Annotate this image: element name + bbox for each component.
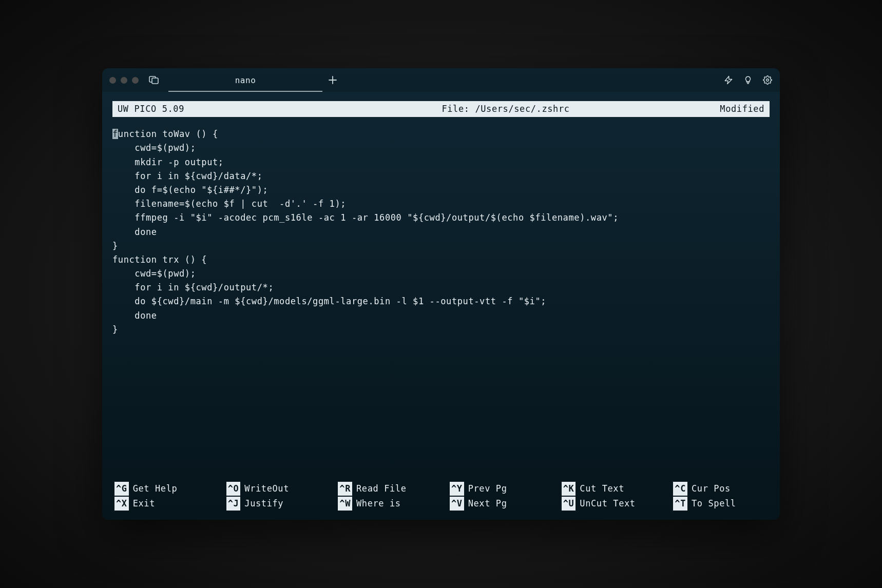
tab-label: nano: [235, 75, 256, 85]
shortcut-justify: ^JJustify: [226, 497, 323, 511]
shortcut-bar: ^GGet Help ^XExit ^OWriteOut ^JJustify ^…: [112, 480, 770, 516]
shortcut-readfile: ^RRead File: [338, 482, 434, 496]
shortcut-prevpg: ^YPrev Pg: [450, 482, 546, 496]
terminal-body[interactable]: UW PICO 5.09 File: /Users/sec/.zshrc Mod…: [102, 92, 780, 520]
shortcut-curpos: ^CCur Pos: [673, 482, 770, 496]
shortcut-nextpg: ^VNext Pg: [450, 497, 546, 511]
zoom-window-button[interactable]: [132, 77, 139, 84]
tab-nano[interactable]: nano: [168, 68, 322, 92]
editor-app-name: UW PICO 5.09: [118, 102, 344, 116]
titlebar-right-icons: [723, 75, 773, 85]
editor-file-path: File: /Users/sec/.zshrc: [344, 102, 667, 116]
editor-cursor: f: [112, 129, 118, 139]
shortcut-cuttext: ^KCut Text: [562, 482, 658, 496]
bolt-icon[interactable]: [723, 75, 734, 85]
gear-icon[interactable]: [762, 75, 773, 85]
lightbulb-icon[interactable]: [743, 75, 753, 85]
shortcut-exit: ^XExit: [114, 497, 211, 511]
svg-marker-4: [725, 76, 732, 84]
editor-status-bar: UW PICO 5.09 File: /Users/sec/.zshrc Mod…: [112, 101, 770, 117]
tab-bar: nano: [168, 68, 719, 92]
svg-rect-1: [152, 78, 158, 84]
shortcut-whereis: ^WWhere is: [338, 497, 434, 511]
close-window-button[interactable]: [109, 77, 116, 84]
shortcut-writeout: ^OWriteOut: [226, 482, 323, 496]
editor-content[interactable]: function toWav () { cwd=$(pwd); mkdir -p…: [112, 127, 770, 479]
svg-point-5: [766, 79, 769, 82]
minimize-window-button[interactable]: [121, 77, 127, 84]
shortcut-tospell: ^TTo Spell: [673, 497, 770, 511]
shortcut-get-help: ^GGet Help: [114, 482, 211, 496]
editor-modified-flag: Modified: [667, 102, 764, 116]
panes-icon[interactable]: [149, 76, 159, 84]
traffic-lights: [109, 77, 139, 84]
terminal-window: nano: [102, 68, 780, 520]
window-titlebar: nano: [102, 68, 780, 92]
new-tab-button[interactable]: [322, 68, 343, 92]
editor-text: unction toWav () { cwd=$(pwd); mkdir -p …: [112, 129, 619, 335]
shortcut-uncut: ^UUnCut Text: [562, 497, 658, 511]
